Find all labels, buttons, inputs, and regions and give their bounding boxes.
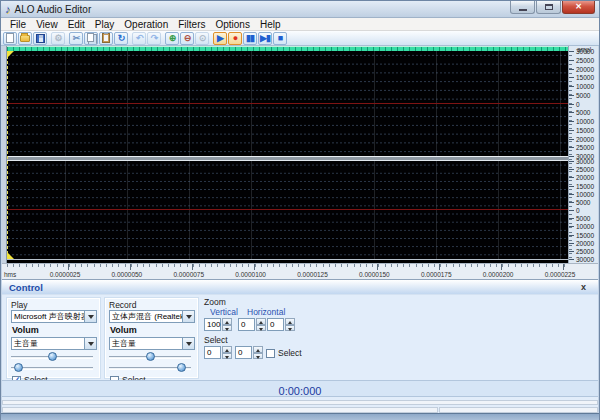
menu-item-edit[interactable]: Edit	[63, 18, 90, 31]
play-volume-select[interactable]: 主音量	[11, 337, 97, 350]
menu-item-view[interactable]: View	[31, 18, 63, 31]
amplitude-major-tick	[569, 156, 574, 157]
amplitude-label-ch2: 30000	[576, 158, 594, 165]
amplitude-major-tick	[569, 69, 574, 70]
cut-button[interactable]: ✂	[69, 32, 83, 45]
play-volume-slider-1[interactable]	[11, 352, 93, 362]
stop-icon: ■	[278, 34, 282, 43]
amplitude-label-ch2: 20000	[576, 174, 594, 181]
undo-icon: ↶	[136, 34, 143, 43]
amplitude-major-tick	[569, 194, 574, 195]
record-volume-value: 主音量	[112, 339, 136, 348]
slider-thumb[interactable]	[48, 352, 57, 361]
select-checkbox[interactable]	[266, 349, 275, 358]
spinner-down-icon[interactable]	[256, 325, 266, 332]
close-button[interactable]: ✕	[562, 1, 595, 14]
select-spinner-1[interactable]: 0	[204, 346, 232, 359]
new-file-icon	[6, 33, 14, 43]
zoom-horizontal-value-2[interactable]: 0	[267, 318, 284, 331]
chevron-down-icon[interactable]	[182, 338, 194, 349]
zoom-vertical-value[interactable]: 100	[204, 318, 221, 331]
zoom-reset-icon: ⊙	[199, 34, 206, 43]
amplitude-major-tick	[569, 139, 574, 140]
record-button[interactable]: ●	[228, 32, 242, 45]
play-device-select[interactable]: Microsoft 声音映射器	[11, 310, 97, 323]
zoom-out-button[interactable]: ⊖	[180, 32, 194, 45]
open-file-button[interactable]	[18, 32, 32, 45]
zoom-reset-button[interactable]: ⊙	[195, 32, 209, 45]
time-label: 0.0000225	[538, 271, 582, 278]
play-group-label: Play	[11, 300, 28, 310]
waveform-channel-right[interactable]	[7, 161, 568, 259]
record-volume-slider-2[interactable]	[109, 363, 191, 373]
window-bottom-frame	[1, 413, 599, 420]
zoom-horizontal-spinner-1[interactable]: 0	[238, 318, 266, 331]
amplitude-label-ch1: 15000	[576, 127, 594, 134]
save-file-button[interactable]	[33, 32, 47, 45]
slider-thumb[interactable]	[177, 363, 186, 372]
time-ruler-unit: hms	[4, 271, 16, 278]
select-spinner-2[interactable]: 0	[235, 346, 263, 359]
spinner-down-icon[interactable]	[222, 353, 232, 360]
record-device-select[interactable]: 立体声混音 (Realtek High D	[109, 310, 195, 323]
spinner-down-icon[interactable]	[253, 353, 263, 360]
menu-item-operation[interactable]: Operation	[119, 18, 173, 31]
menu-item-options[interactable]: Options	[210, 18, 254, 31]
forward-button[interactable]: ▶▮	[258, 32, 272, 45]
control-panel-body: Play Microsoft 声音映射器 Volum 主音量	[2, 295, 598, 380]
settings-button[interactable]: ⚙	[51, 32, 65, 45]
record-volume-select[interactable]: 主音量	[109, 337, 195, 350]
zoom-vertical-spinner[interactable]: 100	[204, 318, 232, 331]
record-volume-slider-1[interactable]	[109, 352, 191, 362]
chevron-down-icon[interactable]	[182, 311, 194, 322]
maximize-button[interactable]	[536, 1, 561, 14]
control-panel-close-button[interactable]: x	[581, 282, 586, 292]
refresh-button[interactable]: ↻	[114, 32, 128, 45]
spinner-down-icon[interactable]	[285, 325, 295, 332]
amplitude-major-tick	[569, 95, 574, 96]
slider-thumb[interactable]	[14, 363, 23, 372]
menu-item-help[interactable]: Help	[255, 18, 286, 31]
refresh-icon: ↻	[118, 34, 125, 43]
menu-item-play[interactable]: Play	[90, 18, 119, 31]
zoom-vertical-label: Vertical	[210, 307, 238, 317]
waveform-channel-left[interactable]	[7, 51, 568, 156]
time-display: 0:00:000	[279, 385, 322, 397]
select-value-1[interactable]: 0	[204, 346, 221, 359]
title-bar[interactable]: ♪ ALO Audio Editor ✕	[1, 1, 599, 18]
menu-item-filters[interactable]: Filters	[173, 18, 210, 31]
amplitude-major-tick	[569, 60, 574, 61]
cursor-marker-bottom[interactable]	[7, 252, 14, 259]
select-value-2[interactable]: 0	[235, 346, 252, 359]
time-label: 0.0000050	[105, 271, 149, 278]
zoom-horizontal-spinner-2[interactable]: 0	[267, 318, 295, 331]
spinner-down-icon[interactable]	[222, 325, 232, 332]
copy-button[interactable]	[84, 32, 98, 45]
center-line-left	[7, 103, 568, 104]
chevron-down-icon[interactable]	[84, 338, 96, 349]
zoom-in-button[interactable]: ⊕	[165, 32, 179, 45]
new-file-button[interactable]	[3, 32, 17, 45]
minimize-button[interactable]	[510, 1, 535, 14]
amplitude-major-tick	[569, 177, 574, 178]
slider-thumb[interactable]	[146, 352, 155, 361]
pause-button[interactable]: ▮▮	[243, 32, 257, 45]
menu-item-file[interactable]: File	[5, 18, 31, 31]
amplitude-major-tick	[569, 147, 574, 148]
zoom-horizontal-value-1[interactable]: 0	[238, 318, 255, 331]
zoom-in-icon: ⊕	[169, 34, 176, 43]
toolbar: ⚙✂↻↶↷⊕⊖⊙▶●▮▮▶▮■	[1, 31, 599, 46]
play-volume-slider-2[interactable]	[11, 363, 93, 373]
undo-button[interactable]: ↶	[132, 32, 146, 45]
close-icon: ✕	[575, 3, 582, 11]
amplitude-label-ch2: 0	[576, 207, 580, 214]
chevron-down-icon[interactable]	[84, 311, 96, 322]
redo-button[interactable]: ↷	[147, 32, 161, 45]
amplitude-label-ch1: 5000	[576, 92, 590, 99]
amplitude-label-ch1: 0	[576, 101, 580, 108]
cursor-marker-top[interactable]	[7, 51, 14, 58]
pause-icon: ▮▮	[246, 34, 254, 43]
paste-button[interactable]	[99, 32, 113, 45]
stop-button[interactable]: ■	[273, 32, 287, 45]
play-button[interactable]: ▶	[213, 32, 227, 45]
